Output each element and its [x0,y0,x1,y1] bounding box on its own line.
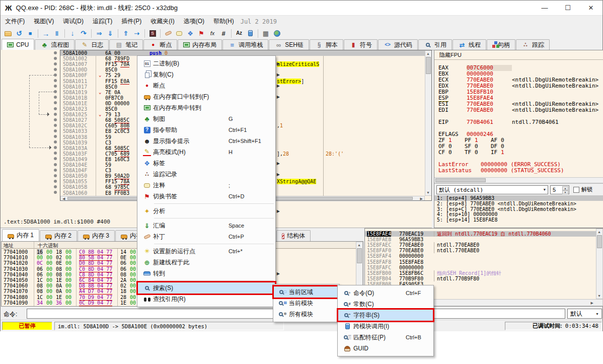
tab-breakpoints[interactable]: ●断点 [143,39,177,50]
registers-list[interactable]: EAX007C6000EBX00000000ECX770EABE0<ntdll.… [434,60,603,186]
menu-item-create-thread-here[interactable]: ⊕新建线程于此 [138,257,275,268]
tab-symbols[interactable]: ▮符号 [344,39,378,50]
menu-item-goto[interactable]: 转到▶ [138,268,275,279]
modules-toolbar-button[interactable] [245,28,256,38]
menu-item-binary[interactable]: 01二进制(B)▶ [138,58,275,69]
menubar-item[interactable]: 选项(O) [179,16,209,27]
pause-toolbar-button[interactable]: ‖ [51,28,62,38]
step-out-toolbar-button[interactable]: ⇑ [120,28,131,38]
call-arguments-list[interactable]: 1: [esp+4] 96A59BB32: [esp+8] 770EABE0 <… [434,195,603,228]
menu-item-graph[interactable]: ♣制图G [138,113,275,124]
step-over-toolbar-button[interactable]: ↷ [78,28,89,38]
hash-toolbar-button[interactable]: # [218,28,229,38]
registers-hscrollbar[interactable] [434,177,603,183]
submenu-item-search-pattern[interactable]: ▒匹配特征(P)Ctrl+B [338,332,433,343]
breakpoint-dot[interactable] [54,62,57,65]
tab-handles[interactable]: 句柄 [487,39,515,50]
menu-item-copy[interactable]: 复制(C)▶ [138,69,275,80]
script-toolbar-button[interactable]: S [147,28,158,38]
breakpoint-dot[interactable] [54,191,57,194]
breakpoint-dot[interactable] [54,180,57,183]
about-toolbar-button[interactable] [271,28,282,38]
breakpoint-dot[interactable] [54,124,57,127]
breakpoint-dot[interactable] [54,135,57,138]
submenu-item-search-command[interactable]: ›命令(O)Ctrl+F [338,287,433,299]
close-button[interactable]: ✕ [579,1,602,15]
stack-row[interactable]: 15E8FAF0770EABE0ntdll.770EABE0 [365,248,603,253]
argument-row[interactable]: 1: [esp+4] 96A59BB3 [434,195,603,201]
stack-row[interactable]: 15E8FB04770B9F80ntdll.770B9F80 [365,276,603,281]
menu-item-analysis[interactable]: ✦分析▶ [138,205,275,216]
argument-row[interactable]: 4: [esp+10] 00000000 [434,211,603,217]
breakpoint-dot[interactable] [54,57,57,60]
tab-struct[interactable]: 结构体 [276,230,311,241]
menu-item-highlighting-mode[interactable]: ✎高亮模式(H)H [138,147,275,158]
breakpoint-dot[interactable] [54,113,57,116]
tab-source[interactable]: <>源代码 [378,39,418,50]
breakpoint-dot[interactable] [54,96,57,99]
submenu-item-current-module[interactable]: ⊠当前模块▶ [274,298,339,309]
stack-row[interactable]: 15E8FB0015E8FB6C指向SEH_Record[1]的指针 [365,270,603,276]
menubar-item[interactable]: 视图(V) [29,16,58,27]
menu-item-search[interactable]: 搜索(S)▶ [138,282,275,294]
tab-call-stack[interactable]: ≡调用堆栈 [222,39,268,50]
breakpoint-dot[interactable] [54,107,57,110]
submenu-item-search-guid[interactable]: GUID [338,343,433,354]
breakpoint-dot[interactable] [54,51,57,54]
menubar-item[interactable]: 收藏夹(I) [146,16,179,27]
breakpoint-dot[interactable] [54,101,57,104]
hide-fpu-button[interactable]: 隐藏FPU [434,50,603,60]
register-row[interactable]: EDX770EABE0<ntdll.DbgUiRemoteBreakin> [438,83,598,89]
menu-item-patch[interactable]: 补丁Ctrl+P [138,231,275,242]
tab-log[interactable]: ✎日志 [75,39,109,50]
menu-item-set-new-origin[interactable]: ✳设置新的运行点Ctrl+* [138,246,275,257]
stack-row[interactable]: 15E8FAEC770EABE0ntdll.770EABE0 [365,242,603,248]
stop-toolbar-button[interactable]: ■ [25,28,36,38]
labels-toolbar-button[interactable]: ❖ [185,28,196,38]
submenu-item-all-modules[interactable]: ✱所有模块▶ [274,309,339,320]
breakpoint-dot[interactable] [54,146,57,149]
argument-row[interactable]: 3: [esp+C] 770EABE0 <ntdll.DbgUiRemoteBr… [434,206,603,212]
breakpoint-dot[interactable] [54,68,57,71]
stack-row[interactable]: 15E8FAE4770EAC19返回到 ntdll.770EAC19 自 ntd… [365,231,603,237]
menubar-item[interactable]: 插件(P) [117,16,146,27]
calculator-toolbar-button[interactable]: ▦ [260,28,271,38]
menu-item-comment[interactable]: 注释; [138,180,275,191]
menu-item-trace-record[interactable]: ∴追踪记录▶ [138,169,275,180]
strings-toolbar-button[interactable]: Az [234,28,245,38]
register-row[interactable]: CF 0TF 0IF 1 [438,150,517,156]
breakpoint-dot[interactable] [54,157,57,160]
maximize-button[interactable]: ☐ [556,1,579,15]
register-row[interactable]: EDI770EABE0<ntdll.DbgUiRemoteBreakin> [438,107,598,113]
open-file-toolbar-button[interactable] [3,28,14,38]
register-row[interactable]: LastStatus00000000 (STATUS_SUCCESS) [438,168,564,174]
menu-item-breakpoint[interactable]: ●断点▶ [138,80,275,91]
tab-dump2[interactable]: 内存 2 [40,230,77,241]
menubar-item[interactable]: 调试(D) [58,16,88,27]
tab-threads[interactable]: ⇄线程 [453,39,486,50]
breakpoint-dot[interactable] [54,169,57,172]
breakpoint-dot[interactable] [54,85,57,88]
tab-graph[interactable]: ♣流程图 [35,39,74,50]
step-into-source-toolbar-button[interactable]: ⇓ [105,28,116,38]
submenu-item-current-region[interactable]: □当前区域▶ [274,286,339,298]
stack-row[interactable]: 15E8FAFC00000000 [365,265,603,270]
stack-row[interactable]: 15E8FAF815E8FAE8 [365,259,603,265]
menubar-item[interactable]: 文件(F) [1,16,29,27]
breakpoint-dot[interactable] [54,79,57,82]
patch-toolbar-button[interactable] [163,28,174,38]
menubar-item[interactable]: 追踪(T) [88,16,117,27]
stack-vscrollbar[interactable]: ▲ ▼ [596,229,603,299]
menu-item-toggle-bookmark[interactable]: ⚑切换书签Ctrl+D [138,191,275,202]
breakpoint-dot[interactable] [54,152,57,155]
breakpoint-dot[interactable] [54,185,57,188]
submenu-item-search-constant[interactable]: #常数(C) [338,299,433,310]
unlock-checkbox[interactable] [573,187,579,193]
menu-item-instruction-help[interactable]: ?指令帮助Ctrl+F1 [138,124,275,135]
breakpoint-dot[interactable] [54,140,57,143]
breakpoint-dot[interactable] [54,174,57,177]
run-to-user-code-toolbar-button[interactable]: ⇢ [131,28,142,38]
step-into-toolbar-button[interactable]: ↓ [67,28,78,38]
tab-dump3[interactable]: 内存 3 [78,230,115,241]
restart-toolbar-button[interactable]: ↺ [14,28,25,38]
